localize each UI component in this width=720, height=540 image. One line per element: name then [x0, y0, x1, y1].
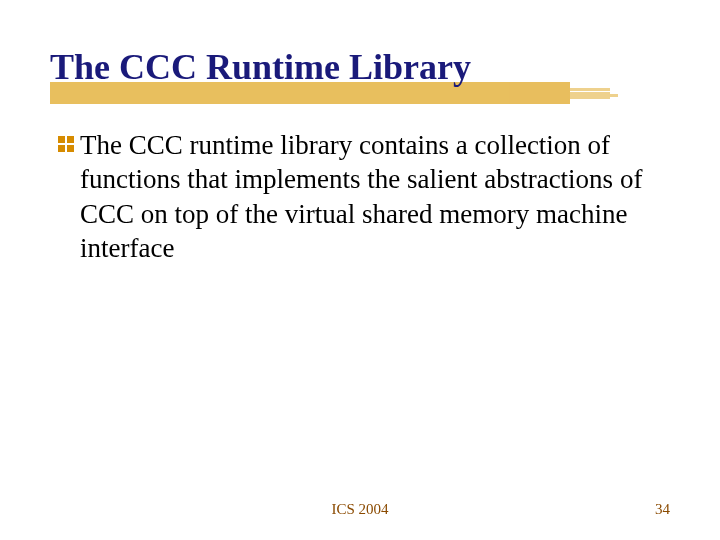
footer-center: ICS 2004	[331, 501, 388, 518]
svg-rect-3	[67, 145, 74, 152]
slide-title: The CCC Runtime Library	[50, 48, 670, 88]
footer: ICS 2004	[0, 501, 720, 518]
slide: The CCC Runtime Library The CCC runtime …	[0, 0, 720, 540]
slide-body: The CCC runtime library contains a colle…	[50, 128, 670, 266]
bullet-icon	[56, 134, 78, 160]
bullet-item: The CCC runtime library contains a colle…	[56, 128, 670, 266]
svg-rect-0	[58, 136, 65, 143]
bullet-text: The CCC runtime library contains a colle…	[80, 128, 650, 266]
svg-rect-2	[58, 145, 65, 152]
title-block: The CCC Runtime Library	[50, 48, 670, 88]
svg-rect-1	[67, 136, 74, 143]
page-number: 34	[655, 501, 670, 518]
